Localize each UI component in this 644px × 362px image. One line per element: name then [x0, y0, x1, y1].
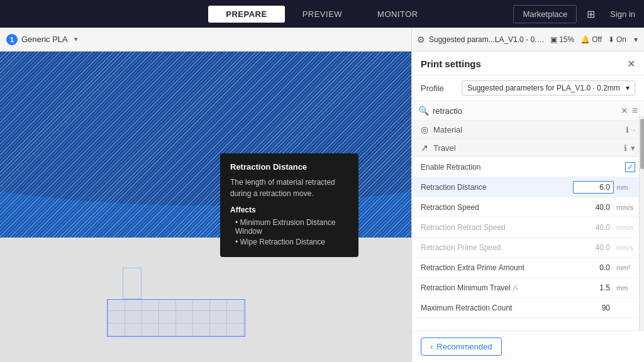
viewport: 1 Generic PLA ▾ Retraction Distance The … — [0, 28, 411, 362]
infill-icon: ▣ — [550, 35, 557, 44]
search-clear-button[interactable]: ✕ — [621, 106, 628, 116]
back-icon: ‹ — [430, 342, 433, 351]
param-text: Suggested param...LA_V1.0 - 0.2mm — [429, 35, 545, 44]
retraction-retract-speed-input — [573, 221, 614, 234]
retraction-distance-unit: mm — [616, 184, 635, 191]
settings-list[interactable]: ◎ Material ℹ · ↗ Travel ℹ ▾ Enable Retra… — [412, 121, 644, 331]
material-info-icon[interactable]: ℹ — [626, 125, 629, 134]
material-section-actions: ℹ · — [626, 125, 635, 134]
param-extras: ▣ 15% 🔔 Off ⬇ On ▾ — [550, 34, 639, 45]
retraction-retract-speed-unit: mm/s — [616, 224, 635, 231]
material-section-header[interactable]: ◎ Material ℹ · — [412, 121, 644, 139]
travel-section-header[interactable]: ↗ Travel ℹ ▾ — [412, 139, 644, 157]
profile-chevron-icon: ▾ — [626, 84, 630, 92]
retraction-distance-tooltip: Retraction Distance The length of materi… — [220, 153, 358, 257]
tooltip-affect-item: Minimum Extrusion Distance Window — [235, 218, 348, 236]
profile-row: Profile Suggested parameters for PLA_V1.… — [412, 75, 644, 101]
retraction-prime-speed-label: Retraction Prime Speed — [421, 243, 573, 252]
tooltip-affects-label: Affects — [230, 206, 348, 214]
profile-value: Suggested parameters for PLA_V1.0 · 0.2m… — [467, 84, 620, 92]
infill-value: 15% — [559, 35, 574, 44]
support-icon: 🔔 — [580, 35, 590, 44]
max-retraction-count-value — [573, 302, 635, 314]
travel-section-actions: ℹ ▾ — [624, 143, 635, 153]
adhesion-status: ⬇ On — [608, 35, 626, 44]
grid-icon: ⊞ — [587, 9, 595, 19]
viewport-top-bar: 1 Generic PLA ▾ — [0, 28, 411, 52]
nav-right-actions: Marketplace ⊞ Sign in — [513, 0, 644, 28]
retraction-extra-prime-label: Retraction Extra Prime Amount — [421, 263, 573, 272]
nav-tabs: PREPARE PREVIEW MONITOR — [208, 6, 436, 23]
model-dropdown-icon: ▾ — [74, 35, 78, 43]
retraction-min-travel-unit: mm — [616, 284, 635, 292]
setting-row-retraction-extra-prime: Retraction Extra Prime Amount mm³ — [412, 258, 644, 278]
retraction-speed-label: Retraction Speed — [421, 203, 573, 212]
setting-row-max-retraction-count: Maximum Retraction Count — [412, 298, 644, 318]
retraction-distance-input[interactable] — [573, 181, 614, 194]
recommended-label: Recommended — [436, 342, 492, 351]
profile-select[interactable]: Suggested parameters for PLA_V1.0 · 0.2m… — [462, 80, 635, 96]
print-settings-title: Print settings — [421, 58, 481, 69]
max-retraction-count-input[interactable] — [573, 302, 614, 314]
retraction-speed-input[interactable] — [573, 201, 614, 214]
bottom-bar: ‹ Recommended — [412, 331, 644, 362]
param-info: ⚙ Suggested param...LA_V1.0 - 0.2mm — [417, 35, 545, 45]
model-number: 1 — [6, 34, 18, 45]
travel-icon: ↗ — [421, 143, 428, 153]
search-menu-button[interactable]: ≡ — [632, 105, 638, 116]
right-panel: ⚙ Suggested param...LA_V1.0 - 0.2mm ▣ 15… — [411, 28, 644, 362]
top-navigation: PREPARE PREVIEW MONITOR Marketplace ⊞ Si… — [0, 0, 644, 28]
material-section-label: Material — [433, 125, 621, 134]
enable-retraction-checkbox[interactable]: ✓ — [625, 162, 635, 172]
retraction-prime-speed-value: mm/s — [573, 241, 635, 254]
profile-label: Profile — [421, 84, 455, 93]
model-selector[interactable]: 1 Generic PLA ▾ — [6, 34, 78, 45]
tab-preview[interactable]: PREVIEW — [285, 6, 360, 23]
search-input[interactable] — [433, 106, 617, 116]
retraction-extra-prime-unit: mm³ — [616, 264, 635, 272]
grid-icon-button[interactable]: ⊞ — [580, 4, 601, 24]
fx-icon: 𝑓ₓ — [513, 283, 518, 292]
setting-row-retraction-distance: Retraction Distance mm — [412, 177, 644, 197]
retraction-min-travel-label: Retraction Minimum Travel 𝑓ₓ — [421, 283, 573, 292]
setting-row-retraction-retract-speed: Retraction Retract Speed mm/s — [412, 217, 644, 238]
setting-row-retraction-speed: Retraction Speed mm/s — [412, 197, 644, 217]
params-icon: ⚙ — [417, 35, 425, 45]
marketplace-button[interactable]: Marketplace — [513, 5, 577, 23]
enable-retraction-label: Enable Retraction — [421, 163, 625, 172]
panel-expand-icon[interactable]: ▾ — [633, 34, 639, 45]
retraction-distance-value: mm — [573, 181, 635, 194]
retraction-extra-prime-input[interactable] — [573, 261, 614, 274]
retraction-prime-speed-unit: mm/s — [616, 244, 635, 251]
travel-collapse-icon[interactable]: ▾ — [631, 143, 635, 153]
retraction-min-travel-input[interactable] — [573, 282, 614, 294]
adhesion-icon: ⬇ — [608, 35, 614, 44]
recommended-button[interactable]: ‹ Recommended — [421, 337, 502, 356]
retraction-retract-speed-label: Retraction Retract Speed — [421, 223, 573, 232]
setting-row-enable-retraction: Enable Retraction ✓ — [412, 157, 644, 177]
tooltip-affect-item: Wipe Retraction Distance — [235, 238, 348, 246]
retraction-retract-speed-value: mm/s — [573, 221, 635, 234]
max-retraction-count-label: Maximum Retraction Count — [421, 304, 573, 312]
scrollbar-thumb[interactable] — [640, 119, 644, 169]
travel-info-icon[interactable]: ℹ — [624, 143, 627, 153]
scrollbar-track[interactable] — [639, 116, 644, 331]
adhesion-value: On — [616, 35, 626, 44]
build-plate-grid — [107, 299, 245, 337]
material-icon: ◎ — [421, 124, 428, 134]
tab-monitor[interactable]: MONITOR — [360, 6, 436, 23]
print-settings-header: Print settings ✕ — [412, 52, 644, 75]
setting-row-retraction-prime-speed: Retraction Prime Speed mm/s — [412, 238, 644, 258]
tooltip-title: Retraction Distance — [230, 162, 348, 172]
retraction-speed-unit: mm/s — [616, 204, 635, 211]
main-area: 1 Generic PLA ▾ Retraction Distance The … — [0, 28, 644, 362]
signin-button[interactable]: Sign in — [601, 6, 644, 23]
tab-prepare[interactable]: PREPARE — [208, 6, 284, 23]
close-button[interactable]: ✕ — [627, 58, 635, 70]
retraction-prime-speed-input — [573, 241, 614, 254]
material-collapse-icon[interactable]: · — [633, 125, 635, 134]
travel-section-label: Travel — [433, 143, 619, 153]
model-name: Generic PLA — [21, 35, 68, 44]
search-row: 🔍 ✕ ≡ — [412, 101, 644, 121]
retraction-min-travel-value: mm — [573, 282, 635, 294]
